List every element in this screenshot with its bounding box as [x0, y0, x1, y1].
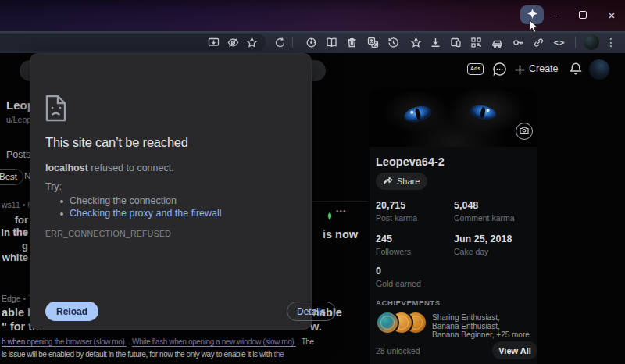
- view-all-achievements-button[interactable]: View All: [492, 341, 538, 359]
- omnibox[interactable]: [0, 34, 266, 51]
- reading-list-icon[interactable]: [325, 36, 338, 48]
- browser-window: – ×: [0, 0, 625, 364]
- profile-banner-cat-image: [370, 88, 538, 147]
- achievements-heading: ACHIEVEMENTS: [376, 298, 441, 307]
- download-icon[interactable]: [429, 36, 441, 48]
- stat-value: 20,715: [376, 200, 405, 211]
- bullet-dot: [60, 200, 63, 203]
- link-copy-icon[interactable]: [532, 36, 545, 48]
- bg-post1-line: in the: [0, 227, 28, 238]
- award-leaf-icon: [326, 209, 334, 223]
- menu-kebab-icon[interactable]: ⋮: [605, 36, 617, 48]
- user-avatar[interactable]: [589, 59, 609, 80]
- share-icon: [384, 177, 393, 187]
- bullet-dot: [60, 212, 63, 216]
- stat-value: 0: [376, 266, 381, 277]
- share-label: Share: [397, 177, 420, 186]
- post-divider: [309, 201, 367, 202]
- profile-avatar[interactable]: [584, 34, 599, 50]
- favorites-star-icon[interactable]: [409, 36, 422, 48]
- achievement-line: Sharing Enthusiast,: [432, 313, 500, 322]
- maximize-button[interactable]: [579, 11, 587, 19]
- notifications-bell-icon[interactable]: [569, 62, 583, 79]
- achievement-line: Banana Beginner, +25 more: [432, 330, 530, 339]
- error-title: This site can’t be reached: [45, 135, 188, 150]
- bg-tab-posts[interactable]: Posts: [6, 149, 30, 160]
- error-host: localhost: [45, 162, 88, 173]
- bg-overflow-dots[interactable]: •••: [336, 207, 347, 216]
- stat-label: Followers: [376, 247, 411, 256]
- chat-icon[interactable]: [492, 62, 507, 80]
- stat-label: Comment karma: [454, 213, 515, 223]
- send-to-device-icon[interactable]: [449, 36, 462, 48]
- create-button[interactable]: Create: [529, 63, 559, 74]
- error-message: localhost refused to connect.: [45, 162, 174, 173]
- window-titlebar: – ×: [0, 0, 625, 31]
- achievement-badge: [376, 311, 399, 334]
- bg-link-2[interactable]: White flash when opening a new window (s…: [132, 337, 296, 346]
- bg-post2-line2-right: w.: [310, 320, 322, 333]
- stat-label: Post karma: [376, 213, 417, 223]
- bg-links-line2: is issue will be enabled by default in t…: [2, 350, 284, 359]
- sad-page-icon: [45, 95, 66, 125]
- lens-extension-icon[interactable]: [305, 36, 317, 48]
- history-icon[interactable]: [387, 36, 399, 48]
- error-code: ERR_CONNECTION_REFUSED: [45, 229, 171, 238]
- automation-extension-icon[interactable]: [491, 36, 503, 48]
- toolbar-separator: [292, 37, 293, 48]
- suggestion-link[interactable]: Checking the proxy and the firewall: [70, 208, 222, 219]
- stat-label: Cake day: [454, 247, 488, 256]
- stat-label: Gold earned: [376, 279, 421, 288]
- achievements-unlocked-count: 28 unlocked: [376, 346, 420, 355]
- bg-links-line1: h when opening the browser (slow mo). . …: [2, 337, 314, 346]
- bg-post-fragment: is now: [323, 228, 358, 241]
- share-button[interactable]: Share: [376, 173, 427, 190]
- minimize-button[interactable]: –: [545, 0, 562, 31]
- stat-value: 245: [376, 234, 392, 244]
- plus-icon[interactable]: [515, 64, 525, 78]
- close-button[interactable]: ×: [603, 0, 620, 31]
- trash-extension-icon[interactable]: [345, 36, 358, 48]
- ads-button[interactable]: Ads: [467, 63, 484, 75]
- reload-button[interactable]: Reload: [45, 302, 98, 321]
- profile-card: Leopeva64-2 Share 20,715 Post karma 5,04…: [370, 88, 538, 364]
- toolbar-separator: [575, 37, 576, 48]
- suggestion-item: Checking the connection: [70, 195, 177, 206]
- bg-sort-pill[interactable]: Best: [0, 169, 23, 185]
- error-try-label: Try:: [45, 181, 62, 192]
- profile-username: Leopeva64-2: [376, 155, 445, 168]
- sync-extension-icon[interactable]: [273, 36, 286, 48]
- error-dialog: This site can’t be reached localhost ref…: [30, 53, 312, 330]
- stat-value: Jun 25, 2018: [454, 234, 512, 244]
- visibility-off-icon[interactable]: [227, 36, 239, 48]
- mouse-cursor: [529, 20, 539, 37]
- bg-post1-line: g white: [0, 240, 28, 263]
- qr-code-icon[interactable]: [470, 36, 482, 48]
- edit-banner-camera-button[interactable]: [516, 123, 533, 140]
- bg-link-1[interactable]: h when opening the browser (slow mo).: [2, 337, 127, 346]
- details-button[interactable]: Details: [287, 302, 336, 321]
- bg-link-3[interactable]: the: [274, 350, 284, 359]
- achievement-line: Banana Enthusiast,: [432, 322, 500, 330]
- stat-value: 5,048: [454, 200, 478, 211]
- install-icon[interactable]: [207, 36, 220, 48]
- bookmark-star-icon[interactable]: [245, 36, 258, 48]
- passwords-icon[interactable]: [512, 36, 524, 48]
- translate-icon[interactable]: [366, 36, 379, 48]
- dev-tools-icon[interactable]: <>: [553, 36, 566, 48]
- camera-icon: [520, 126, 529, 137]
